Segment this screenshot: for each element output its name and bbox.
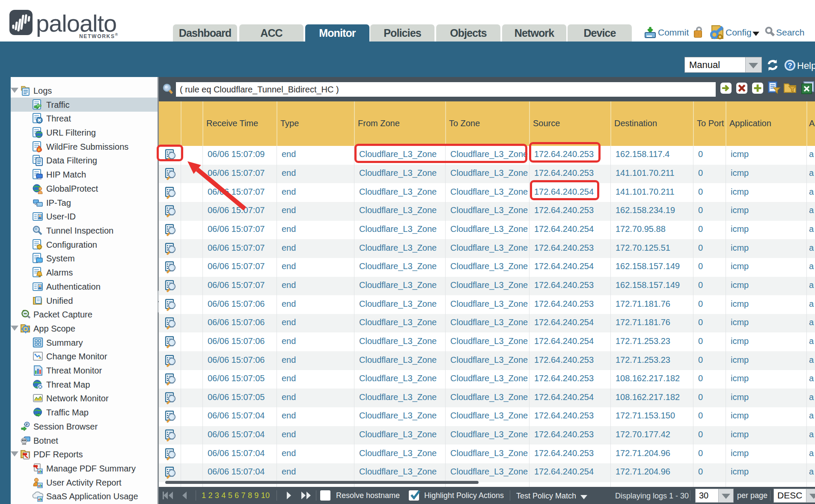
svg-text:?: ? [788,62,792,70]
